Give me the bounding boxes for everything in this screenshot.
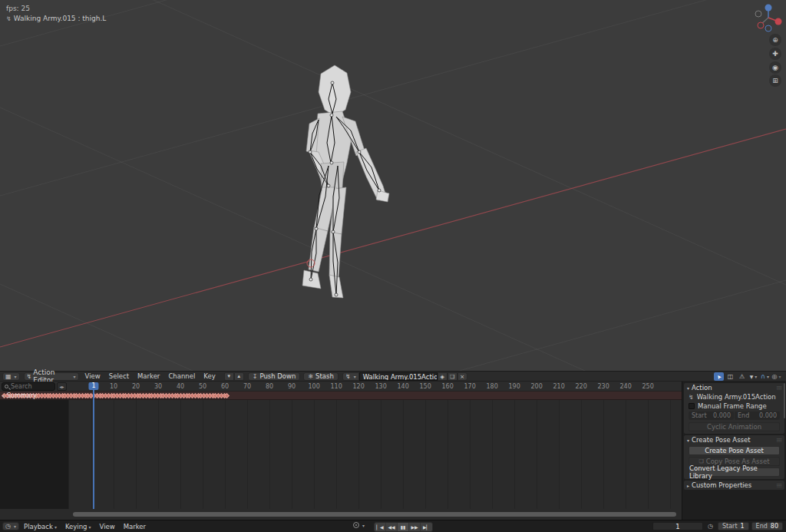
dopesheet-editor-icon: ▦ bbox=[5, 373, 12, 380]
create-pose-asset-button[interactable]: Create Pose Asset bbox=[689, 446, 780, 455]
panel-drag-handle[interactable]: ⠿⠿ bbox=[776, 483, 781, 488]
timeline-menu-marker[interactable]: Marker bbox=[124, 523, 146, 530]
unlink-action-button[interactable]: × bbox=[457, 372, 467, 381]
ruler-tick: 70 bbox=[243, 383, 251, 390]
summary-channel-label[interactable]: ▾ Summary bbox=[2, 392, 37, 399]
cyclic-animation-button[interactable]: Cyclic Animation bbox=[689, 422, 780, 431]
gizmo-neg-x-axis[interactable] bbox=[758, 22, 764, 28]
timeline-menu-playback[interactable]: Playback▾ bbox=[24, 523, 57, 530]
gizmo-x-axis[interactable] bbox=[775, 18, 782, 25]
frame-grid-line bbox=[425, 400, 426, 509]
dopesheet-menu-select[interactable]: Select bbox=[109, 372, 129, 380]
scene-end-field[interactable]: End 80 bbox=[751, 522, 783, 530]
chevron-down-icon: ▾ bbox=[89, 524, 91, 530]
action-panel-header[interactable]: ▾ Action ⠿⠿ bbox=[684, 383, 784, 392]
dopesheet-menu-channel[interactable]: Channel bbox=[168, 372, 195, 380]
gizmo-neg-z-axis[interactable] bbox=[765, 25, 771, 31]
panel-title: Action bbox=[692, 384, 712, 392]
snapping-button[interactable]: ∩▾ bbox=[760, 372, 770, 381]
prev-keyframe-button[interactable]: ◀◀ bbox=[386, 523, 398, 531]
proportional-editing-button[interactable]: ◎▾ bbox=[771, 372, 781, 381]
dopesheet-grid[interactable] bbox=[0, 400, 682, 509]
show-hidden-toggle[interactable]: ◫ bbox=[725, 372, 735, 381]
frame-range-controls: 1 ◷ Start 1 End 80 bbox=[652, 522, 783, 530]
convert-legacy-pose-library-button[interactable]: Convert Legacy Pose Library bbox=[689, 468, 780, 477]
panel-drag-handle[interactable]: ⠿⠿ bbox=[776, 438, 781, 443]
action-name-field[interactable]: Walking Army.015Action bbox=[359, 372, 438, 381]
sidebar-scrollbar[interactable] bbox=[784, 383, 785, 418]
only-show-selected-toggle[interactable]: ➤ bbox=[714, 372, 724, 381]
scene-start-field[interactable]: Start 1 bbox=[718, 522, 749, 530]
auto-key-record-icon[interactable] bbox=[353, 522, 359, 528]
frame-start-field[interactable]: Start 0.000 bbox=[689, 411, 734, 420]
frame-end-field[interactable]: End 0.000 bbox=[735, 411, 780, 420]
summary-channel-row[interactable]: ▾ Summary bbox=[0, 392, 682, 400]
editor-type-button[interactable]: ▦ ▾ bbox=[2, 372, 20, 381]
start-value: 0.000 bbox=[713, 412, 731, 419]
current-frame-field[interactable]: 1 bbox=[652, 522, 703, 530]
channel-region[interactable] bbox=[0, 400, 69, 509]
frame-grid-line bbox=[470, 400, 471, 509]
fake-user-button[interactable]: ◈ bbox=[438, 372, 447, 381]
timeline-menu-view[interactable]: View bbox=[100, 523, 115, 530]
x-axis-line bbox=[0, 129, 786, 347]
move-channel-down-button[interactable]: ▾ bbox=[224, 372, 234, 381]
search-input[interactable] bbox=[11, 383, 51, 390]
pose-asset-panel-header[interactable]: ▾ Create Pose Asset ⠿⠿ bbox=[684, 435, 784, 444]
expand-icon: ▾ bbox=[2, 393, 5, 398]
zoom-tool-button[interactable]: ⊕ bbox=[769, 34, 781, 46]
dopesheet-menu-marker[interactable]: Marker bbox=[137, 372, 160, 380]
gizmo-z-axis[interactable] bbox=[765, 5, 772, 12]
mode-selector[interactable]: ↯ Action Editor ▾ bbox=[24, 372, 79, 381]
preview-range-clock-icon: ◷ bbox=[708, 523, 713, 530]
navigation-gizmo[interactable] bbox=[752, 2, 784, 34]
pan-tool-button[interactable]: ✚ bbox=[769, 48, 781, 60]
action-name-row[interactable]: ↯ Walking Army.015Action bbox=[684, 392, 784, 401]
ortho-toggle-button[interactable]: ⊞ bbox=[769, 74, 781, 87]
browse-action-button[interactable]: ↯ ▾ bbox=[342, 372, 359, 381]
dopesheet-area[interactable]: 1020304050607080901001101201301401501601… bbox=[0, 382, 682, 520]
current-frame-badge[interactable]: 1 bbox=[88, 382, 98, 390]
panel-drag-handle[interactable]: ⠿⠿ bbox=[776, 385, 781, 391]
chevron-down-icon[interactable]: ▾ bbox=[362, 523, 365, 528]
dopesheet-menu-key[interactable]: Key bbox=[203, 372, 215, 380]
playhead[interactable] bbox=[93, 389, 94, 509]
search-filter-toggle-button[interactable]: ◂▸ bbox=[57, 382, 67, 391]
close-x-icon: × bbox=[460, 374, 464, 380]
timeline-editor-type-button[interactable]: ◷ ▾ bbox=[2, 522, 19, 530]
custom-properties-header[interactable]: ▸ Custom Properties ⠿⠿ bbox=[684, 481, 784, 490]
ruler-tick: 160 bbox=[441, 383, 453, 390]
jump-to-end-button[interactable]: ▶▏ bbox=[421, 523, 432, 531]
manual-frame-range-checkbox[interactable] bbox=[689, 403, 695, 409]
new-action-button[interactable]: ❏ bbox=[447, 372, 457, 381]
push-down-button[interactable]: ↧ Push Down bbox=[248, 372, 301, 381]
ruler-tick: 210 bbox=[553, 383, 564, 390]
manual-frame-range-row[interactable]: Manual Frame Range bbox=[684, 401, 784, 411]
end-value: 0.000 bbox=[759, 412, 777, 419]
chevron-down-icon: ▾ bbox=[767, 374, 769, 379]
move-channel-up-button[interactable]: ▴ bbox=[234, 372, 244, 381]
camera-view-button[interactable]: ◉ bbox=[769, 61, 781, 74]
timeline-menu-keying[interactable]: Keying▾ bbox=[65, 523, 91, 530]
channel-search[interactable] bbox=[2, 382, 55, 391]
frame-grid-line bbox=[314, 400, 315, 509]
jump-to-start-button[interactable]: ▏◀ bbox=[375, 523, 386, 531]
pause-button[interactable]: ▮▮ bbox=[398, 523, 409, 531]
filter-popover-button[interactable]: ▼▾ bbox=[748, 372, 758, 381]
use-preview-range-button[interactable]: ◷ bbox=[705, 522, 715, 530]
magnet-icon: ∩ bbox=[761, 373, 765, 380]
3d-viewport[interactable]: fps: 25 ↯ Walking Army.015 : thigh.L ⊕ ✚… bbox=[0, 0, 786, 371]
gizmo-neg-y-axis[interactable] bbox=[755, 11, 761, 17]
stash-button[interactable]: ❄ Stash bbox=[303, 372, 338, 381]
zoom-icon: ⊕ bbox=[772, 36, 778, 44]
active-object-label: Walking Army.015 : thigh.L bbox=[14, 14, 107, 24]
horizontal-scrollbar[interactable] bbox=[73, 512, 676, 517]
dopesheet-menu-view[interactable]: View bbox=[85, 372, 101, 380]
timeline-ruler[interactable]: 1020304050607080901001101201301401501601… bbox=[0, 382, 682, 392]
push-down-label: Push Down bbox=[259, 372, 296, 380]
only-show-errors-toggle[interactable]: ⚠ bbox=[737, 372, 747, 381]
next-keyframe-button[interactable]: ▶▶ bbox=[409, 523, 421, 531]
push-down-icon: ↧ bbox=[253, 373, 258, 380]
dopesheet-filter-icons: ➤ ◫ ⚠ ▼▾ ∩▾ ◎▾ bbox=[714, 372, 781, 381]
stash-label: Stash bbox=[315, 372, 334, 380]
